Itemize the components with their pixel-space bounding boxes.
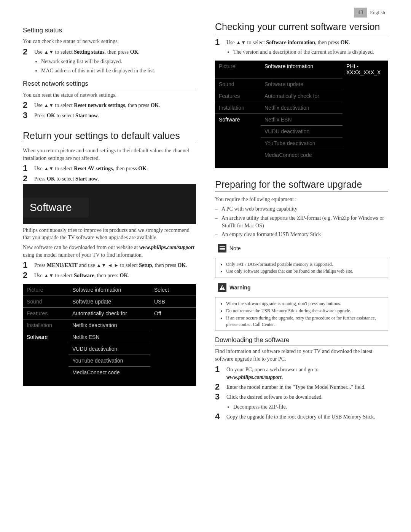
note-title: Note (229, 245, 241, 251)
left-column: Setting status You can check the status … (23, 21, 196, 422)
step-2: 2 Use ▲▼ to select Reset network setting… (23, 101, 196, 109)
note-body-box: Only FAT / DOS-formatted portable memory… (215, 258, 388, 278)
step-1: 1 Use ▲▼ to select Reset AV settings, th… (23, 164, 196, 173)
step-number: 3 (23, 111, 34, 120)
updown-icon: ▲▼ (44, 273, 54, 278)
heading-software-banner: Software (23, 198, 89, 217)
menu-cell (150, 343, 196, 355)
step-text: Press MENU/EXIT and use ▲▼ ◄ ► to select… (34, 261, 196, 269)
step-number: 1 (215, 38, 226, 46)
dash-item: A PC with web browsing capability (222, 205, 388, 213)
step-2: 2 Use ▲▼ to select Software, then press … (23, 271, 196, 280)
step-number: 2 (23, 271, 34, 280)
updown-icon: ▲▼ (236, 40, 246, 45)
step-2: 2 Press OK to select Start now. (23, 174, 196, 183)
step-number: 2 (215, 383, 226, 391)
text: You can reset the status of network sett… (23, 91, 196, 99)
dash-item: An archive utility that supports the ZIP… (222, 214, 388, 230)
menu-cell: Select (150, 284, 196, 296)
text: You can check the status of network sett… (23, 38, 196, 45)
step-3: 3 Press OK to select Start now. (23, 111, 196, 120)
heading-downloading: Downloading the software (215, 336, 388, 345)
heading-check-version: Checking your current software version (215, 21, 388, 34)
step-number: 2 (23, 174, 34, 183)
menu-cell: Installation (215, 102, 261, 113)
menu-cell: Netflix deactivation (261, 102, 342, 113)
support-url: www.philips.com/support (139, 244, 194, 250)
bullet-list: Decompress the ZIP-file. (226, 403, 388, 411)
bullet: Network setting list will be displayed. (41, 58, 196, 66)
menu-cell: Automatically check for (261, 90, 342, 102)
menu-cell (150, 366, 196, 378)
step-1: 1 Use ▲▼ to select Software information,… (215, 38, 388, 46)
heading-preparing: Preparing for the software upgrade (215, 179, 388, 192)
note-item: Use only software upgrades that can be f… (226, 268, 384, 275)
step-text: Click the desired software to be downloa… (226, 393, 388, 401)
menu-cell: Sound (23, 296, 68, 307)
step-number: 3 (215, 393, 226, 401)
menu-cell: Sound (215, 78, 261, 90)
text: Find information and software related to… (215, 348, 388, 363)
step-number: 2 (23, 48, 34, 56)
step-text: Copy the upgrade file to the root direct… (226, 412, 388, 421)
menu-cell: Software update (68, 296, 150, 307)
step-text: Use ▲▼ to select Software information, t… (226, 38, 388, 46)
menu-cell-version: PHL-XXXX_XXX_X (342, 61, 388, 78)
note-callout: Note (215, 243, 388, 254)
note-icon (218, 244, 226, 252)
text: New software can be downloaded from our … (23, 244, 196, 259)
menu-cell: Features (23, 307, 68, 319)
menu-cell: Software update (261, 78, 342, 90)
step-text: Use ▲▼ to select Reset AV settings, then… (34, 164, 196, 173)
updown-icon: ▲▼ (44, 49, 54, 55)
step-text: Press OK to select Start now. (34, 111, 196, 120)
menu-cell: MediaConnect code (68, 366, 150, 378)
step-number: 1 (215, 365, 226, 374)
step-text: Press OK to select Start now. (34, 174, 196, 183)
menu-cell: Automatically check for (68, 307, 150, 319)
warning-body-box: When the software upgrade is running, do… (215, 297, 388, 331)
bullet: The version and a description of the cur… (233, 48, 388, 56)
page-language: English (367, 8, 388, 18)
step-number: 4 (215, 412, 226, 421)
heading-setting-status: Setting status (23, 27, 196, 35)
bullet-list: The version and a description of the cur… (226, 48, 388, 56)
page-header: 43English (23, 8, 388, 18)
menu-cell: Installation (23, 319, 68, 331)
menu-cell: VUDU deactivation (261, 125, 342, 137)
step-2: 2 Use ▲▼ to select Setting status, then … (23, 48, 196, 56)
updown-icon: ▲▼ (44, 102, 54, 108)
bullet: MAC address of this unit will be display… (41, 67, 196, 75)
menu-cell-selected: Software information (261, 61, 342, 78)
step-1: 1 Press MENU/EXIT and use ▲▼ ◄ ► to sele… (23, 261, 196, 269)
warning-item: If an error occurs during the upgrade, r… (226, 315, 384, 328)
step-text: Use ▲▼ to select Software, then press OK… (34, 271, 196, 280)
updown-icon: ▲▼ (44, 166, 54, 171)
menu-cell: Netflix ESN (68, 331, 150, 343)
menu-cell: Off (150, 307, 196, 319)
step-3: 3 Click the desired software to be downl… (215, 393, 388, 401)
step-4: 4 Copy the upgrade file to the root dire… (215, 412, 388, 421)
menu-cell: VUDU deactivation (68, 343, 150, 355)
note-item: Only FAT / DOS-formatted portable memory… (226, 261, 384, 268)
right-column: Checking your current software version 1… (215, 21, 388, 422)
menu-cell-selected: Software (23, 331, 68, 343)
warning-item: When the software upgrade is running, do… (226, 300, 384, 307)
step-text: Enter the model number in the "Type the … (226, 383, 388, 391)
bullet-list: Network setting list will be displayed. … (34, 58, 196, 75)
dash-item: An empty clean formatted USB Memory Stic… (222, 231, 388, 238)
menu-cell: YouTube deactivation (68, 355, 150, 366)
heading-return-defaults: Return your settings to default values (23, 130, 196, 143)
step-number: 1 (23, 261, 34, 269)
menu-cell: MediaConnect code (261, 149, 342, 161)
warning-callout: Warning (215, 282, 388, 293)
warning-item: Do not remove the USB Memory Stick durin… (226, 308, 384, 314)
menu-cell (23, 366, 68, 378)
warning-icon (218, 283, 226, 292)
bullet: Decompress the ZIP-file. (233, 403, 388, 411)
step-text: On your PC, open a web browser and go to… (226, 365, 388, 382)
step-number: 2 (23, 101, 34, 109)
step-number: 1 (23, 164, 34, 173)
menu-cell (150, 331, 196, 343)
dash-list: A PC with web browsing capability An arc… (215, 205, 388, 238)
